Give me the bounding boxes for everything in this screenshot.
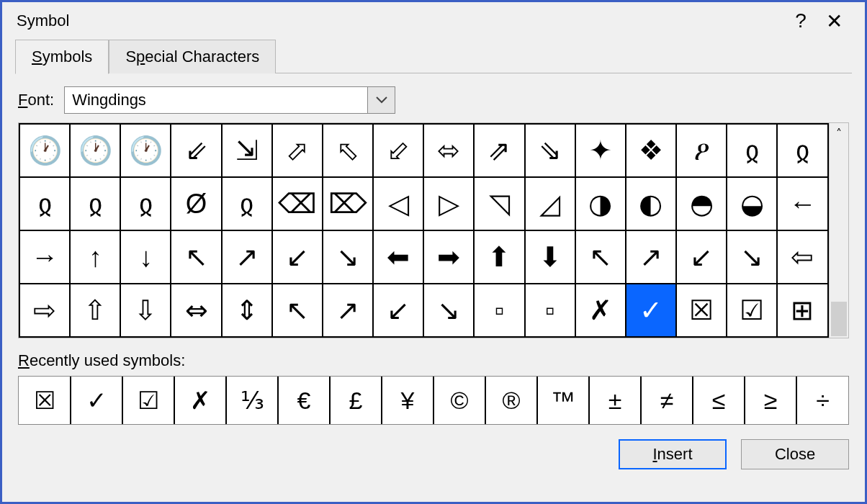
symbol-cell[interactable]: ▫ <box>525 284 575 337</box>
symbol-cell[interactable]: ⊞ <box>777 284 827 337</box>
symbol-cell[interactable]: ➡ <box>423 230 474 284</box>
grid-scrollbar[interactable]: ˄ ˅ <box>829 123 848 338</box>
close-button[interactable]: Close <box>741 439 849 469</box>
recent-cell[interactable]: ⅓ <box>226 377 278 424</box>
help-button[interactable]: ? <box>784 4 817 37</box>
symbol-dialog: Symbol ? ✕ Symbols Special Characters Fo… <box>0 0 867 504</box>
symbol-cell[interactable]: ⇗ <box>474 124 524 177</box>
symbol-cell[interactable]: ⬄ <box>423 124 474 177</box>
insert-button[interactable]: Insert <box>619 439 727 469</box>
symbol-cell[interactable]: ⇙ <box>171 124 221 177</box>
symbol-cell[interactable]: ⬅ <box>373 230 423 284</box>
recent-cell[interactable]: ≤ <box>693 377 745 424</box>
symbol-cell[interactable]: ◓ <box>676 177 727 230</box>
symbol-cell[interactable]: ↓ <box>120 230 171 284</box>
recent-cell[interactable]: ≥ <box>745 377 796 424</box>
recent-cell[interactable]: £ <box>330 377 382 424</box>
recent-cell[interactable]: ¥ <box>382 377 434 424</box>
symbol-cell[interactable]: ჲ <box>727 124 777 177</box>
symbol-cell[interactable]: ❖ <box>626 124 676 177</box>
symbol-cell[interactable]: ⬃ <box>373 124 423 177</box>
symbol-cell[interactable]: ✓ <box>626 284 676 337</box>
symbol-cell[interactable]: ⇨ <box>19 284 70 337</box>
recent-cell[interactable]: ✓ <box>71 377 122 424</box>
symbol-cell[interactable]: ↙ <box>272 230 323 284</box>
font-combobox[interactable]: Wingdings <box>64 86 395 114</box>
symbol-cell[interactable]: ↖ <box>575 230 626 284</box>
dialog-title: Symbol <box>17 12 784 30</box>
recent-cell[interactable]: ≠ <box>641 377 693 424</box>
symbol-cell[interactable]: ⇕ <box>222 284 272 337</box>
symbol-cell[interactable]: ✦ <box>575 124 626 177</box>
symbol-cell[interactable]: ⬁ <box>323 124 373 177</box>
symbol-cell[interactable]: ✗ <box>575 284 626 337</box>
symbol-cell[interactable]: ⬀ <box>272 124 323 177</box>
symbol-cell[interactable]: ⬇ <box>525 230 575 284</box>
symbol-cell[interactable]: ⌦ <box>323 177 373 230</box>
symbol-cell[interactable]: ◐ <box>626 177 676 230</box>
symbol-cell[interactable]: ↗ <box>323 284 373 337</box>
symbol-cell[interactable]: ⇔ <box>171 284 221 337</box>
scroll-track[interactable] <box>830 143 848 318</box>
symbol-cell[interactable]: Ø <box>171 177 221 230</box>
symbol-cell[interactable]: ↙ <box>373 284 423 337</box>
symbol-cell[interactable]: ◑ <box>575 177 626 230</box>
symbol-cell[interactable]: ☑ <box>727 284 777 337</box>
symbol-cell[interactable]: ჲ <box>777 124 827 177</box>
recent-cell[interactable]: ± <box>589 377 641 424</box>
tab-symbols[interactable]: Symbols <box>15 40 109 74</box>
symbol-cell[interactable]: ↗ <box>626 230 676 284</box>
symbol-cell[interactable]: ჲ <box>222 177 272 230</box>
scroll-thumb[interactable] <box>831 302 847 336</box>
symbol-cell[interactable]: ჲ <box>120 177 171 230</box>
symbol-grid-wrap: 🕐🕐🕐⇙⇲⬀⬁⬃⬄⇗⇘✦❖ዖჲჲჲჲჲØჲ⌫⌦◁▷◹◿◑◐◓◒←→↑↓↖↗↙↘⬅… <box>18 122 849 338</box>
recent-cell[interactable]: ☑ <box>122 377 174 424</box>
recent-cell[interactable]: © <box>434 377 485 424</box>
symbol-cell[interactable]: ⇲ <box>222 124 272 177</box>
symbol-cell[interactable]: ◒ <box>727 177 777 230</box>
symbol-cell[interactable]: ⇩ <box>120 284 171 337</box>
symbol-cell[interactable]: ↙ <box>676 230 727 284</box>
chevron-down-icon <box>376 96 387 104</box>
symbol-cell[interactable]: ↘ <box>423 284 474 337</box>
recent-cell[interactable]: ÷ <box>796 377 848 424</box>
symbol-cell[interactable]: ◹ <box>474 177 524 230</box>
symbol-cell[interactable]: ⇦ <box>777 230 827 284</box>
symbol-cell[interactable]: 🕐 <box>120 124 171 177</box>
symbol-cell[interactable]: ↘ <box>323 230 373 284</box>
symbol-cell[interactable]: ↖ <box>171 230 221 284</box>
close-icon[interactable]: ✕ <box>817 4 850 37</box>
dialog-footer: Insert Close <box>18 439 849 469</box>
symbol-cell[interactable]: ▷ <box>423 177 474 230</box>
recent-cell[interactable]: € <box>278 377 330 424</box>
symbol-cell[interactable]: ☒ <box>676 284 727 337</box>
symbol-cell[interactable]: ▫ <box>474 284 524 337</box>
symbol-cell[interactable]: ⇧ <box>70 284 120 337</box>
symbol-grid[interactable]: 🕐🕐🕐⇙⇲⬀⬁⬃⬄⇗⇘✦❖ዖჲჲჲჲჲØჲ⌫⌦◁▷◹◿◑◐◓◒←→↑↓↖↗↙↘⬅… <box>19 123 829 338</box>
symbol-cell[interactable]: → <box>19 230 70 284</box>
symbol-cell[interactable]: 🕐 <box>70 124 120 177</box>
recent-cell[interactable]: ☒ <box>19 377 71 424</box>
recent-cell[interactable]: ® <box>485 377 537 424</box>
font-dropdown-button[interactable] <box>367 87 395 113</box>
symbol-cell[interactable]: ⇘ <box>525 124 575 177</box>
recent-grid[interactable]: ☒✓☑✗⅓€£¥©®™±≠≤≥÷ <box>19 377 848 424</box>
symbol-cell[interactable]: ⬆ <box>474 230 524 284</box>
symbol-cell[interactable]: ◁ <box>373 177 423 230</box>
symbol-cell[interactable]: ⌫ <box>272 177 323 230</box>
scroll-up-button[interactable]: ˄ <box>830 123 848 143</box>
symbol-cell[interactable]: 🕐 <box>19 124 70 177</box>
symbol-cell[interactable]: ◿ <box>525 177 575 230</box>
symbol-cell[interactable]: ↑ <box>70 230 120 284</box>
symbol-cell[interactable]: ↗ <box>222 230 272 284</box>
tab-strip: Symbols Special Characters <box>2 40 865 73</box>
tab-special-characters[interactable]: Special Characters <box>109 40 276 73</box>
recent-cell[interactable]: ✗ <box>174 377 226 424</box>
symbol-cell[interactable]: ჲ <box>19 177 70 230</box>
symbol-cell[interactable]: ↖ <box>272 284 323 337</box>
recent-cell[interactable]: ™ <box>537 377 589 424</box>
symbol-cell[interactable]: ↘ <box>727 230 777 284</box>
symbol-cell[interactable]: ჲ <box>70 177 120 230</box>
symbol-cell[interactable]: ← <box>777 177 827 230</box>
symbol-cell[interactable]: ዖ <box>676 124 727 177</box>
